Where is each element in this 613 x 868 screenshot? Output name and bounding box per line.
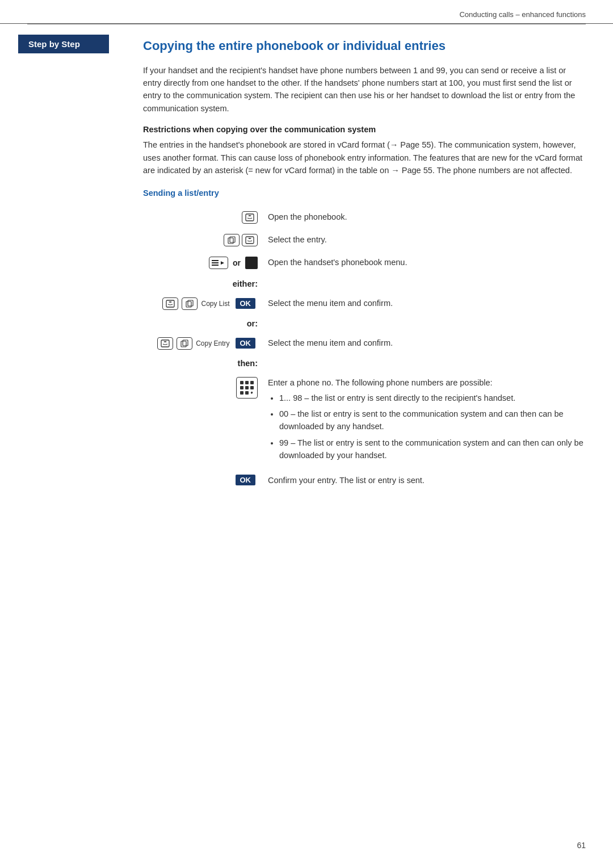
header-text: Conducting calls – enhanced functions (459, 10, 586, 19)
step-right-select-entry: Select the entry. (268, 232, 586, 246)
copy-entry-ok-badge: OK (236, 338, 256, 349)
intro-text: If your handset and the recipient's hand… (143, 64, 586, 115)
svg-rect-3 (246, 237, 254, 244)
phone-no-bullets: 1... 98 – the list or entry is sent dire… (268, 392, 586, 462)
copy-list-ok-row: Copy List OK (162, 297, 258, 310)
step-left-copy-list: Copy List OK (143, 295, 268, 310)
step-right-or (268, 317, 586, 319)
step-left-open-menu: ► or (143, 254, 268, 270)
copy-entry-ok-row: Copy Entry OK (157, 337, 258, 350)
page-title: Copying the entire phonebook or individu… (143, 38, 586, 54)
page-number: 61 (577, 841, 586, 850)
svg-rect-13 (240, 386, 243, 389)
restrictions-heading: Restrictions when copying over the commu… (143, 125, 586, 134)
menu-lines (212, 260, 219, 266)
copy-list-icon-1 (162, 297, 178, 310)
step-left-open-phonebook (143, 209, 268, 225)
step-right-open-phonebook: Open the phonebook. (268, 209, 586, 224)
step-select-entry: Select the entry. (143, 228, 586, 251)
svg-rect-12 (250, 381, 254, 384)
step-right-confirm: Confirm your entry. The list or entry is… (268, 472, 586, 487)
bullet-3: 99 – The list or entry is sent to the co… (279, 437, 586, 462)
copy-icon (224, 234, 240, 246)
copy-entry-icon-2 (177, 337, 192, 350)
or-row: or: (143, 313, 586, 332)
phone-no-row: Enter a phone no. The following phone nu… (143, 371, 586, 469)
menu-line-2 (212, 262, 219, 263)
step-right-phone-no: Enter a phone no. The following phone nu… (268, 375, 586, 466)
copy-entry-row: Copy Entry OK Select the menu item and c… (143, 332, 586, 353)
copy-entry-label: Copy Entry (196, 339, 229, 347)
svg-rect-14 (245, 386, 249, 389)
step-by-step-box: Step by Step (18, 35, 109, 53)
svg-rect-0 (246, 214, 254, 221)
step-left-confirm: OK (143, 472, 268, 485)
step-left-then: then: (143, 357, 268, 368)
confirm-ok-badge: OK (236, 475, 256, 485)
or-label: or: (247, 319, 258, 328)
step-left-select-entry (143, 232, 268, 248)
sidebar: Step by Step (0, 24, 125, 853)
svg-rect-17 (245, 391, 249, 395)
copy-list-ok-badge: OK (236, 298, 256, 309)
phonebook-icon (242, 211, 258, 224)
then-label: then: (238, 359, 258, 368)
copy-entry-icon-1 (157, 337, 173, 350)
step-left-or: or: (143, 317, 268, 328)
phonebook-icon-group (242, 211, 258, 224)
either-row: either: (143, 274, 586, 292)
bullet-1: 1... 98 – the list or entry is sent dire… (279, 392, 586, 404)
step-left-phone-no (143, 375, 268, 399)
menu-icon: ► (209, 257, 228, 269)
menu-icon-group: ► or (209, 257, 258, 269)
sending-heading: Sending a list/entry (143, 188, 586, 198)
bullet-2: 00 – the list or entry is sent to the co… (279, 408, 586, 433)
keypad-icon (236, 377, 258, 399)
copy-list-label: Copy List (201, 300, 229, 308)
confirm-row: OK Confirm your entry. The list or entry… (143, 469, 586, 490)
svg-rect-7 (161, 340, 169, 347)
step-right-copy-list: Select the menu item and confirm. (268, 295, 586, 310)
svg-rect-4 (166, 300, 174, 307)
step-right-either (268, 277, 586, 279)
copy-list-row: Copy List OK Select the menu item and co… (143, 292, 586, 313)
svg-rect-15 (250, 386, 254, 389)
svg-rect-16 (240, 391, 243, 395)
step-left-copy-entry: Copy Entry OK (143, 335, 268, 350)
step-open-menu: ► or Open the handset's phonebook menu. (143, 251, 586, 274)
step-left-either: either: (143, 277, 268, 288)
black-square-icon (245, 257, 258, 269)
svg-rect-10 (240, 381, 243, 384)
then-row: then: (143, 353, 586, 371)
menu-arrow-icon: ► (220, 259, 225, 266)
menu-line-1 (212, 260, 219, 261)
or-inline-text: or (233, 258, 241, 267)
either-label: either: (233, 279, 258, 288)
phonebook-icon-2 (242, 234, 258, 246)
menu-line-3 (212, 265, 219, 266)
copy-phonebook-icons (224, 234, 258, 246)
restrictions-body: The entries in the handset's phonebook a… (143, 139, 586, 177)
step-right-copy-entry: Select the menu item and confirm. (268, 335, 586, 350)
page-header: Conducting calls – enhanced functions (0, 0, 613, 24)
page-layout: Step by Step Copying the entire phoneboo… (0, 24, 613, 853)
step-right-open-menu: Open the handset's phonebook menu. (268, 254, 586, 269)
svg-rect-11 (245, 381, 249, 384)
copy-list-icon-2 (182, 297, 198, 310)
step-open-phonebook: Open the phonebook. (143, 206, 586, 228)
main-content: Copying the entire phonebook or individu… (125, 24, 613, 853)
step-right-then (268, 357, 586, 359)
